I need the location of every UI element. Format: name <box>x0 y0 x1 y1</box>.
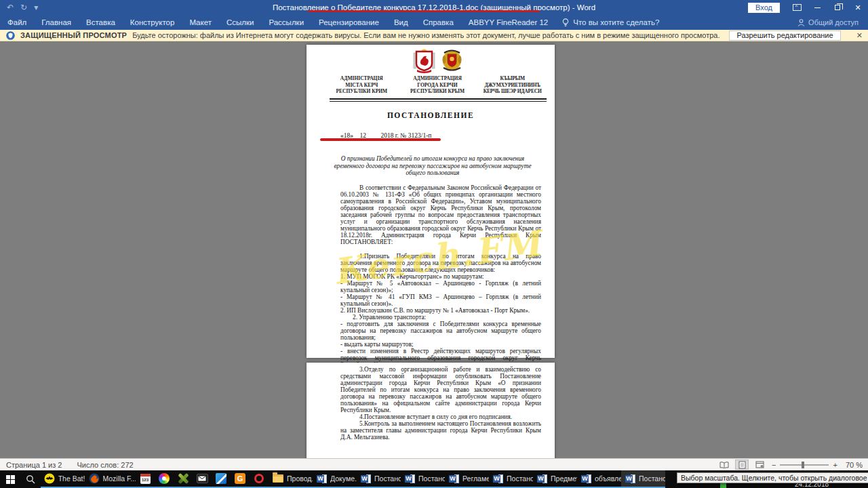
share-label: Общий доступ <box>808 18 859 26</box>
tab-design[interactable]: Конструктор <box>123 15 182 30</box>
taskbar-explorer-label: Провод... <box>287 474 313 483</box>
paragraph-2a: - подготовить для заключения с Победител… <box>340 321 541 341</box>
firefox-icon <box>89 473 100 484</box>
zoom-control: − + <box>772 461 837 469</box>
paragraph-2b: - выдать карты маршрутов; <box>340 341 541 348</box>
close-bar-icon[interactable]: ✕ <box>856 31 863 40</box>
zoom-out-button[interactable]: − <box>772 461 776 469</box>
taskbar-word-window-4[interactable]: W Регламе... <box>445 470 489 488</box>
share-control[interactable]: Общий доступ <box>797 18 859 26</box>
taskbar-explorer-window[interactable]: Провод... <box>269 470 313 488</box>
customize-qat-icon[interactable]: ▾ <box>34 3 38 12</box>
lightbulb-icon <box>562 18 569 27</box>
print-layout-icon[interactable] <box>735 460 749 470</box>
taskbar-word-window-6[interactable]: W Предмет... <box>533 470 577 488</box>
tab-mailings[interactable]: Рассылки <box>261 15 311 30</box>
paragraph-intro: В соответствии с Федеральным Законом Рос… <box>340 184 541 245</box>
red-underline-date-annotation <box>320 138 441 141</box>
taskbar-word-window-3[interactable]: W Постано... <box>401 470 445 488</box>
taskbar-mail-app[interactable] <box>193 470 212 488</box>
tab-abbyy-finereader[interactable]: ABBYY FineReader 12 <box>461 15 555 30</box>
tray-green-icon[interactable] <box>720 483 726 488</box>
taskbar-word-window-1[interactable]: W Докуме... <box>313 470 357 488</box>
taskbar-word-window-2[interactable]: W Постано... <box>357 470 401 488</box>
word-icon: W <box>625 474 635 484</box>
paragraph-carrier-1: 1. МУП МОГОК РК «Керчьгортранс» по маршр… <box>340 273 541 280</box>
paragraph-3: 3.Отделу по организационной работе и вза… <box>340 366 541 413</box>
protected-view-bar: ЗАЩИЩЕННЫЙ ПРОСМОТР Будьте осторожны: фа… <box>0 30 868 41</box>
zoom-tooltip: Выбор масштаба. Щелкните, чтобы открыть … <box>677 472 868 483</box>
word-icon: W <box>537 474 547 484</box>
tab-references[interactable]: Ссылки <box>219 15 262 30</box>
taskbar-word-label-4: Регламе... <box>462 474 489 483</box>
document-area[interactable]: АДМІНІСТРАЦІЯ МІСТА КЕРЧ РЕСПУБЛІКИ КРИМ… <box>0 41 868 458</box>
web-layout-icon[interactable] <box>753 460 766 470</box>
zoom-slider-thumb[interactable] <box>802 462 804 468</box>
kerch-coat-of-arms <box>441 49 462 75</box>
tab-help[interactable]: Справка <box>416 15 461 30</box>
green-x-icon <box>178 473 189 484</box>
zoom-in-button[interactable]: + <box>833 461 837 469</box>
ribbon-display-options-button[interactable] <box>787 0 807 15</box>
taskbar-word-window-7[interactable]: W объявле... <box>577 470 621 488</box>
quick-access-toolbar: ↶ ↻ ▾ <box>0 3 38 12</box>
video-editor-icon <box>216 473 226 484</box>
taskbar-g-app[interactable]: G <box>231 470 250 488</box>
start-button[interactable] <box>0 470 20 488</box>
read-mode-icon[interactable] <box>717 460 731 470</box>
taskbar-word-label-2: Постано... <box>374 474 401 483</box>
search-icon <box>26 474 35 484</box>
taskbar-word-window-8[interactable]: W Постано... <box>621 470 665 488</box>
tab-file[interactable]: Файл <box>0 15 34 30</box>
word-count[interactable]: Число слов: 272 <box>77 461 133 469</box>
taskbar-image-viewer-app[interactable] <box>174 470 193 488</box>
sign-in-button[interactable]: Вход <box>748 3 780 13</box>
tab-insert[interactable]: Вставка <box>79 15 123 30</box>
taskbar-word-label-6: Предмет... <box>551 474 577 483</box>
taskbar-word-window-5[interactable]: W Постано... <box>489 470 533 488</box>
taskbar-word-label-7: объявле... <box>595 474 621 483</box>
orange-g-icon: G <box>235 473 245 484</box>
taskbar-video-editor-app[interactable] <box>212 470 231 488</box>
paragraph-4: 4.Постановление вступает в силу со дня е… <box>340 413 541 420</box>
page-indicator[interactable]: Страница 1 из 2 <box>6 461 62 469</box>
protected-view-label: ЗАЩИЩЕННЫЙ ПРОСМОТР <box>20 31 127 39</box>
taskbar-word-label-3: Постано... <box>418 474 445 483</box>
tab-view[interactable]: Вид <box>387 15 416 30</box>
ribbon-display-icon <box>793 4 802 11</box>
paragraph-carrier-2: 2. ИП Вислоушкин С.В. по маршруту № 1 «А… <box>340 307 541 314</box>
taskbar-firefox[interactable]: Mozilla F... <box>88 470 136 488</box>
taskbar-opera[interactable] <box>250 470 269 488</box>
taskbar-thebat[interactable]: The Bat! <box>41 470 88 488</box>
taskbar-paint-app[interactable] <box>155 470 174 488</box>
envelope-icon <box>197 474 208 483</box>
zoom-slider[interactable] <box>780 464 829 466</box>
tab-review[interactable]: Рецензирование <box>311 15 387 30</box>
letterhead-ukrainian: АДМІНІСТРАЦІЯ МІСТА КЕРЧ РЕСПУБЛІКИ КРИМ <box>323 75 401 95</box>
red-underline-title-annotation <box>308 10 540 12</box>
tab-layout[interactable]: Макет <box>182 15 219 30</box>
restore-button[interactable] <box>827 0 848 15</box>
enable-editing-button[interactable]: Разрешить редактирование <box>729 30 840 41</box>
word-icon: W <box>493 474 503 484</box>
minimize-button[interactable] <box>807 0 827 15</box>
paragraph-2-head: 2. Управлению транспорта: <box>340 314 541 321</box>
window-controls: Вход ✕ <box>748 0 868 15</box>
word-icon: W <box>317 474 327 484</box>
paragraph-route-41: - Маршрут № 41 «ГУП КМЗ – Аршинцево – Го… <box>340 293 541 307</box>
minimize-icon <box>814 7 821 8</box>
close-button[interactable]: ✕ <box>848 0 868 15</box>
tell-me-label: Что вы хотите сделать? <box>573 18 659 26</box>
paragraph-1-head: 1.Признать Победителями по итогам конкур… <box>340 253 541 273</box>
tell-me-box[interactable]: Что вы хотите сделать? <box>562 18 659 27</box>
tab-home[interactable]: Главная <box>34 15 79 30</box>
restore-icon <box>835 5 840 10</box>
undo-icon[interactable]: ↶ <box>7 3 14 12</box>
folder-icon <box>273 474 283 483</box>
taskbar-calendar-app[interactable]: 123 <box>136 470 155 488</box>
status-right: − + 70 % <box>717 460 865 470</box>
zoom-percentage[interactable]: 70 % <box>843 461 865 469</box>
taskbar-search-button[interactable] <box>20 470 41 488</box>
redo-icon[interactable]: ↻ <box>20 3 27 12</box>
paragraph-route-5: - Маршрут № 5 «Автовокзал – Аршинцево - … <box>340 280 541 293</box>
